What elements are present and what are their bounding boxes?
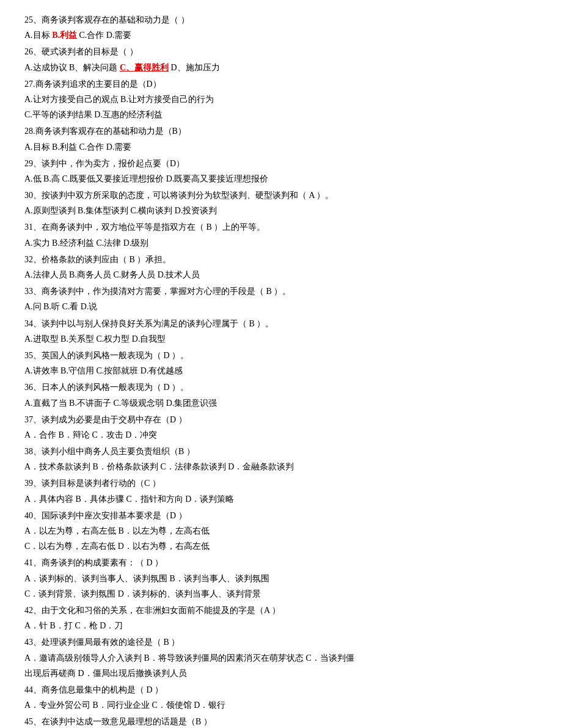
question-options: A.法律人员 B.商务人员 C.财务人员 D.技术人员 [24,267,538,282]
question-q37: 37、谈判成为必要是由于交易中存在（D ）A．合作 B．辩论 C．攻击 D．冲突 [24,412,538,443]
question-title: 45、在谈判中达成一致意见最理想的话题是（B ） [24,714,538,728]
question-options: A．邀请高级别领导人介入谈判 B．将导致谈判僵局的因素消灭在萌芽状态 C．当谈判… [24,650,538,666]
question-q32: 32、价格条款的谈判应由（ B ）承担。A.法律人员 B.商务人员 C.财务人员… [24,252,538,282]
question-title: 41、商务谈判的构成要素有：（ D ） [24,555,538,570]
question-options: A.讲效率 B.守信用 C.按部就班 D.有优越感 [24,363,538,378]
question-title: 44、商务信息最集中的机构是（ D ） [24,682,538,697]
question-options: A．专业外贸公司 B．同行业企业 C．领使馆 D．银行 [24,697,538,713]
question-title: 28.商务谈判客观存在的基础和动力是（B） [24,123,538,139]
question-title: 31、在商务谈判中，双方地位平等是指双方在（ B ）上的平等。 [24,219,538,235]
question-q31: 31、在商务谈判中，双方地位平等是指双方在（ B ）上的平等。A.实力 B.经济… [24,219,538,250]
question-q29: 29、谈判中，作为卖方，报价起点要（D）A.低 B.高 C.既要低又要接近理想报… [24,156,538,186]
question-options: A.达成协议 B、解决问题 C、赢得胜利 D、施加压力 [24,60,538,75]
question-title: 33、商务谈判中，作为摸清对方需要，掌握对方心理的手段是（ B ）。 [24,284,538,299]
question-title: 26、硬式谈判者的目标是（ ） [24,44,538,59]
question-q39: 39、谈判目标是谈判者行动的（C ）A．具体内容 B．具体步骤 C．指针和方向 … [24,476,538,506]
question-options: A.进取型 B.关系型 C.权力型 D.自我型 [24,331,538,347]
question-q42: 42、由于文化和习俗的关系，在非洲妇女面前不能提及的字是（A ）A．针 B．打 … [24,603,538,633]
question-title: 35、英国人的谈判风格一般表现为（ D ）。 [24,348,538,363]
question-options: A.低 B.高 C.既要低又要接近理想报价 D.既要高又要接近理想报价 [24,171,538,186]
question-options: C．以右为尊，左高右低 D．以右为尊，右高左低 [24,539,538,554]
question-options: A.实力 B.经济利益 C.法律 D.级别 [24,235,538,251]
question-options: A.目标 B.利益 C.合作 D.需要 [24,139,538,155]
question-title: 42、由于文化和习俗的关系，在非洲妇女面前不能提及的字是（A ） [24,603,538,618]
question-options: A．具体内容 B．具体步骤 C．指针和方向 D．谈判策略 [24,491,538,507]
question-options: A.原则型谈判 B.集体型谈判 C.横向谈判 D.投资谈判 [24,203,538,218]
main-content: 25、商务谈判客观存在的基础和动力是（ ）A.目标 B.利益 C.合作 D.需要… [24,12,538,728]
question-title: 27.商务谈判追求的主要目的是（D） [24,76,538,92]
question-title: 39、谈判目标是谈判者行动的（C ） [24,476,538,491]
question-options: A.让对方接受自己的观点 B.让对方接受自己的行为 [24,92,538,107]
question-options: A．谈判标的、谈判当事人、谈判氛围 B．谈判当事人、谈判氛围 [24,571,538,586]
question-options: A.目标 B.利益 C.合作 D.需要 [24,28,538,43]
question-q33: 33、商务谈判中，作为摸清对方需要，掌握对方心理的手段是（ B ）。A.问 B.… [24,284,538,314]
question-title: 38、谈判小组中商务人员主要负责组织（B ） [24,444,538,459]
question-q28: 28.商务谈判客观存在的基础和动力是（B）A.目标 B.利益 C.合作 D.需要 [24,123,538,154]
question-title: 34、谈判中以与别人保持良好关系为满足的谈判心理属于（ B ）。 [24,316,538,331]
question-title: 30、按谈判中双方所采取的态度，可以将谈判分为软型谈判、硬型谈判和（ A ）。 [24,188,538,203]
question-q38: 38、谈判小组中商务人员主要负责组织（B ）A．技术条款谈判 B．价格条款谈判 … [24,444,538,474]
question-q27: 27.商务谈判追求的主要目的是（D）A.让对方接受自己的观点 B.让对方接受自己… [24,76,538,123]
question-q43: 43、处理谈判僵局最有效的途径是（ B ）A．邀请高级别领导人介入谈判 B．将导… [24,634,538,681]
question-title: 29、谈判中，作为卖方，报价起点要（D） [24,156,538,171]
question-q34: 34、谈判中以与别人保持良好关系为满足的谈判心理属于（ B ）。A.进取型 B.… [24,316,538,347]
question-q40: 40、国际谈判中座次安排基本要求是（D ）A．以左为尊，右高左低 B．以左为尊，… [24,508,538,554]
question-options: A．合作 B．辩论 C．攻击 D．冲突 [24,427,538,443]
question-q30: 30、按谈判中双方所采取的态度，可以将谈判分为软型谈判、硬型谈判和（ A ）。A… [24,188,538,218]
question-title: 32、价格条款的谈判应由（ B ）承担。 [24,252,538,267]
question-title: 25、商务谈判客观存在的基础和动力是（ ） [24,12,538,28]
question-options: A．以左为尊，右高左低 B．以左为尊，左高右低 [24,523,538,539]
question-options: A.直截了当 B.不讲面子 C.等级观念弱 D.集团意识强 [24,395,538,411]
question-q41: 41、商务谈判的构成要素有：（ D ）A．谈判标的、谈判当事人、谈判氛围 B．谈… [24,555,538,601]
question-q44: 44、商务信息最集中的机构是（ D ）A．专业外贸公司 B．同行业企业 C．领使… [24,682,538,713]
question-options: A．针 B．打 C．枪 D．刀 [24,618,538,633]
question-q25: 25、商务谈判客观存在的基础和动力是（ ）A.目标 B.利益 C.合作 D.需要 [24,12,538,43]
question-options: A.问 B.听 C.看 D.说 [24,299,538,314]
question-q36: 36、日本人的谈判风格一般表现为（ D ）。A.直截了当 B.不讲面子 C.等级… [24,380,538,410]
question-options: C．谈判背景、谈判氛围 D．谈判标的、谈判当事人、谈判背景 [24,586,538,601]
question-title: 36、日本人的谈判风格一般表现为（ D ）。 [24,380,538,395]
question-options: 出现后再磋商 D．僵局出现后撤换谈判人员 [24,666,538,681]
question-title: 40、国际谈判中座次安排基本要求是（D ） [24,508,538,523]
question-title: 43、处理谈判僵局最有效的途径是（ B ） [24,634,538,650]
question-q26: 26、硬式谈判者的目标是（ ）A.达成协议 B、解决问题 C、赢得胜利 D、施加… [24,44,538,75]
question-q35: 35、英国人的谈判风格一般表现为（ D ）。A.讲效率 B.守信用 C.按部就班… [24,348,538,378]
question-title: 37、谈判成为必要是由于交易中存在（D ） [24,412,538,427]
question-options: C.平等的谈判结果 D.互惠的经济利益 [24,107,538,122]
question-options: A．技术条款谈判 B．价格条款谈判 C．法律条款谈判 D．金融条款谈判 [24,459,538,474]
question-q45: 45、在谈判中达成一致意见最理想的话题是（B ）A．单刀直入的话题 B．轻松愉快… [24,714,538,728]
